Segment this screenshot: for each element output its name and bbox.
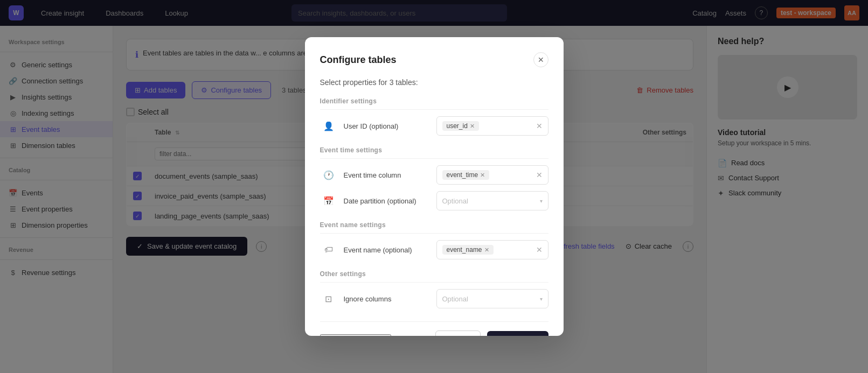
chevron-down-icon: ▾ — [540, 296, 543, 302]
event-name-section-title: Event name settings — [320, 221, 548, 234]
configure-tables-modal: Configure tables ✕ Select properties for… — [305, 37, 564, 335]
user-id-tag: user_id ✕ — [442, 121, 479, 131]
user-icon: 👤 — [320, 117, 337, 135]
clear-user-id[interactable]: ✕ — [536, 122, 543, 130]
date-partition-select[interactable]: Optional ▾ — [436, 191, 548, 210]
calendar-icon: 📅 — [320, 192, 337, 209]
user-id-input[interactable]: user_id ✕ ✕ — [436, 116, 548, 136]
remove-event-time-tag[interactable]: ✕ — [480, 172, 485, 179]
event-time-input[interactable]: event_time ✕ ✕ — [436, 165, 548, 185]
event-name-label: Event name (optional) — [344, 246, 430, 254]
modal-footer: ↻ Refresh table fields ✕ Close ✓ Configu… — [320, 321, 548, 335]
clock-icon: 🕐 — [320, 166, 337, 184]
clear-event-name[interactable]: ✕ — [536, 245, 543, 254]
ignore-columns-row: ⊡ Ignore columns Optional ▾ — [320, 289, 548, 308]
identifier-section: Identifier settings 👤 User ID (optional)… — [320, 97, 548, 136]
modal-configure-button[interactable]: ✓ Configure — [487, 331, 548, 335]
event-name-tag: event_name ✕ — [442, 245, 494, 255]
event-time-section-title: Event time settings — [320, 146, 548, 159]
modal-title: Configure tables — [320, 54, 397, 66]
event-name-section: Event name settings 🏷 Event name (option… — [320, 221, 548, 259]
modal-footer-left: ↻ Refresh table fields — [320, 334, 391, 335]
ignore-columns-label: Ignore columns — [344, 295, 430, 303]
columns-icon: ⊡ — [320, 290, 337, 307]
modal-close-button[interactable]: ✕ — [533, 52, 548, 67]
tag-icon: 🏷 — [320, 241, 337, 258]
ignore-columns-select[interactable]: Optional ▾ — [436, 289, 548, 308]
date-partition-label: Date partition (optional) — [344, 197, 430, 205]
event-time-tag: event_time ✕ — [442, 170, 490, 180]
user-id-label: User ID (optional) — [344, 122, 430, 130]
identifier-section-title: Identifier settings — [320, 97, 548, 110]
modal-subtitle: Select properties for 3 tables: — [320, 78, 548, 87]
user-id-row: 👤 User ID (optional) user_id ✕ ✕ — [320, 116, 548, 136]
event-name-input[interactable]: event_name ✕ ✕ — [436, 240, 548, 259]
remove-event-name-tag[interactable]: ✕ — [484, 247, 489, 254]
modal-overlay: Configure tables ✕ Select properties for… — [0, 0, 868, 373]
modal-header: Configure tables ✕ — [320, 52, 548, 67]
clear-event-time[interactable]: ✕ — [536, 171, 543, 179]
other-settings-section: Other settings ⊡ Ignore columns Optional… — [320, 270, 548, 308]
chevron-down-icon: ▾ — [540, 198, 543, 204]
remove-user-id-tag[interactable]: ✕ — [470, 123, 475, 130]
event-time-section: Event time settings 🕐 Event time column … — [320, 146, 548, 210]
event-time-col-row: 🕐 Event time column event_time ✕ ✕ — [320, 165, 548, 185]
event-name-row: 🏷 Event name (optional) event_name ✕ ✕ — [320, 240, 548, 259]
event-time-col-label: Event time column — [344, 171, 430, 179]
modal-cancel-button[interactable]: ✕ Close — [435, 330, 481, 335]
date-partition-row: 📅 Date partition (optional) Optional ▾ — [320, 191, 548, 210]
other-settings-title: Other settings — [320, 270, 548, 283]
refresh-table-fields-button[interactable]: ↻ Refresh table fields — [320, 334, 391, 335]
